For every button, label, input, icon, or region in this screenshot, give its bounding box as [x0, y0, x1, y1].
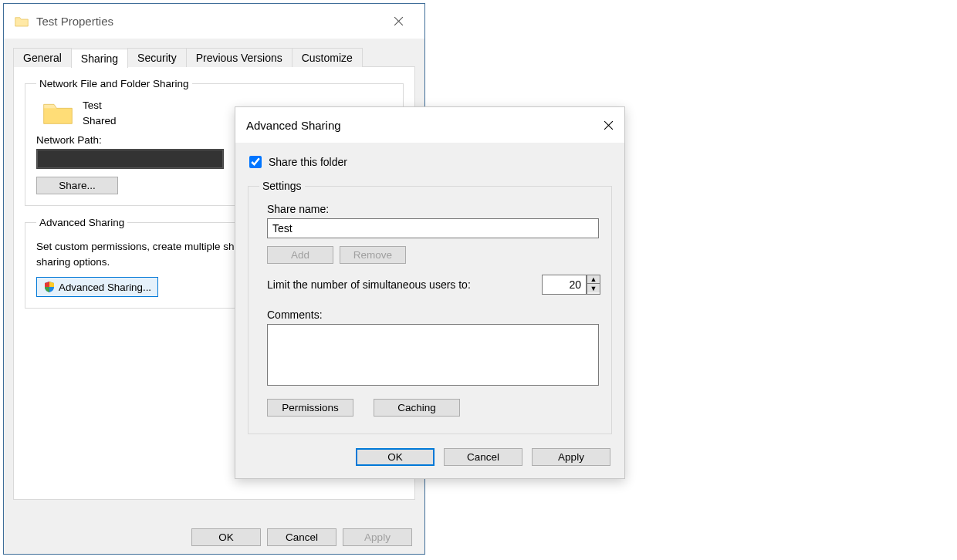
tab-customize[interactable]: Customize — [292, 48, 363, 67]
apply-button[interactable]: Apply — [343, 528, 412, 546]
limit-spinner[interactable]: ▲ ▼ — [542, 275, 600, 295]
limit-label: Limit the number of simultaneous users t… — [267, 278, 471, 291]
folder-name: Test — [83, 98, 117, 113]
share-folder-checkbox-label: Share this folder — [269, 156, 347, 168]
group-settings: Settings Share name: Add Remove Limit th… — [248, 180, 612, 434]
share-folder-checkbox[interactable]: Share this folder — [246, 153, 614, 170]
cancel-button[interactable]: Cancel — [267, 528, 336, 546]
share-folder-checkbox-input[interactable] — [249, 156, 262, 168]
folder-large-icon — [42, 100, 73, 127]
shield-icon — [43, 281, 56, 293]
advanced-button-row: OK Cancel Apply — [246, 434, 614, 469]
advanced-sharing-button-label: Advanced Sharing... — [59, 282, 151, 293]
add-button[interactable]: Add — [267, 246, 333, 264]
tab-strip: General Sharing Security Previous Versio… — [13, 48, 415, 67]
window-title: Test Properties — [36, 15, 113, 28]
comments-label: Comments: — [267, 309, 600, 321]
close-icon — [394, 16, 404, 26]
advanced-cancel-button[interactable]: Cancel — [444, 448, 522, 466]
advanced-sharing-button[interactable]: Advanced Sharing... — [36, 277, 158, 297]
tab-security[interactable]: Security — [127, 48, 187, 67]
network-path-value[interactable] — [36, 149, 224, 169]
caching-button[interactable]: Caching — [374, 399, 460, 417]
advanced-ok-button[interactable]: OK — [356, 448, 435, 466]
permissions-button[interactable]: Permissions — [267, 399, 353, 417]
advanced-titlebar: Advanced Sharing — [235, 107, 624, 143]
group-network-legend: Network File and Folder Sharing — [36, 78, 192, 89]
advanced-close-button[interactable] — [604, 120, 614, 130]
advanced-client: Share this folder Settings Share name: A… — [235, 143, 624, 478]
share-button[interactable]: Share... — [36, 177, 118, 194]
group-advanced-legend: Advanced Sharing — [36, 217, 127, 228]
settings-legend: Settings — [259, 180, 305, 192]
folder-status: Shared — [83, 113, 117, 129]
tab-sharing[interactable]: Sharing — [71, 49, 128, 68]
share-name-input[interactable] — [267, 218, 599, 238]
tab-general[interactable]: General — [13, 48, 72, 67]
close-button[interactable] — [383, 6, 414, 37]
titlebar: Test Properties — [4, 4, 424, 39]
share-name-label: Share name: — [267, 203, 600, 215]
properties-button-row: OK Cancel Apply — [4, 528, 424, 546]
advanced-apply-button[interactable]: Apply — [532, 448, 610, 466]
remove-button[interactable]: Remove — [340, 246, 406, 264]
limit-value-input[interactable] — [542, 275, 587, 295]
comments-textarea[interactable] — [267, 324, 599, 386]
close-icon — [604, 120, 614, 130]
advanced-title-text: Advanced Sharing — [246, 119, 341, 132]
spin-up-button[interactable]: ▲ — [587, 275, 600, 284]
folder-icon — [15, 15, 29, 28]
tab-previous[interactable]: Previous Versions — [186, 48, 293, 67]
advanced-sharing-dialog: Advanced Sharing Share this folder Setti… — [235, 106, 625, 479]
spin-down-button[interactable]: ▼ — [587, 284, 600, 292]
ok-button[interactable]: OK — [191, 528, 261, 546]
